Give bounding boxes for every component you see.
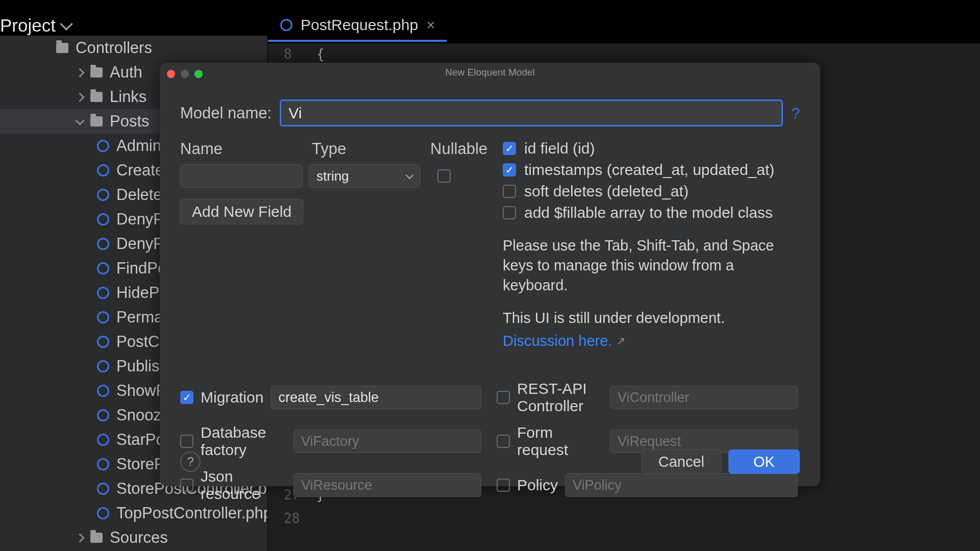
dialog-title: New Eloquent Model <box>445 67 534 78</box>
json-resource-checkbox[interactable] <box>180 479 193 492</box>
chevron-right-icon <box>75 92 84 102</box>
external-link-icon: ↗ <box>616 335 625 348</box>
project-toolwindow-button[interactable]: Project <box>0 0 71 36</box>
class-file-icon <box>97 507 109 519</box>
discussion-link[interactable]: Discussion here. ↗ <box>503 333 625 349</box>
project-label: Project <box>0 15 56 36</box>
migration-input[interactable] <box>271 386 481 409</box>
class-file-icon <box>97 189 109 201</box>
migration-label: Migration <box>201 389 263 406</box>
class-file-icon <box>97 360 109 372</box>
tree-folder-sources[interactable]: Sources <box>0 525 267 550</box>
rest-controller-label: REST-API Controller <box>517 380 603 415</box>
class-file-icon <box>97 287 109 299</box>
keyboard-hint: Please use the Tab, Shift-Tab, and Space… <box>503 236 800 295</box>
folder-icon <box>90 533 103 543</box>
tree-file-label: StarPo <box>116 431 165 449</box>
id-field-label: id field (id) <box>524 140 595 157</box>
tab-label: PostRequest.php <box>301 16 418 34</box>
nullable-checkbox[interactable] <box>437 169 451 183</box>
timestamps-label: timestamps (created_at, updated_at) <box>524 161 774 179</box>
dialog-help-button[interactable]: ? <box>180 452 201 472</box>
close-tab-icon[interactable]: × <box>426 16 435 34</box>
class-file-icon <box>97 238 109 250</box>
chevron-down-icon <box>406 171 414 179</box>
discussion-link-text: Discussion here. <box>503 333 612 349</box>
folder-icon <box>90 67 103 78</box>
model-name-label: Model name: <box>180 104 272 122</box>
tree-file[interactable]: TopPostController.php <box>0 501 267 525</box>
tree-file-label: FindPo <box>116 259 166 278</box>
class-file-icon <box>97 385 109 397</box>
chevron-right-icon <box>75 68 84 77</box>
class-file-icon <box>97 262 109 274</box>
tree-label: Links <box>110 88 146 106</box>
policy-input[interactable] <box>565 473 798 497</box>
policy-checkbox[interactable] <box>497 479 510 492</box>
ok-button[interactable]: OK <box>728 449 800 474</box>
add-new-field-button[interactable]: Add New Field <box>180 199 303 224</box>
chevron-down-icon <box>75 116 84 125</box>
tree-file-label: Create <box>116 161 164 180</box>
rest-controller-checkbox[interactable] <box>497 391 510 404</box>
tree-file-label: Delete <box>116 186 162 204</box>
chevron-right-icon <box>75 533 84 542</box>
tree-label: Auth <box>110 63 142 82</box>
chevron-down-icon <box>60 17 72 30</box>
class-file-icon <box>97 213 109 226</box>
migration-checkbox[interactable]: ✓ <box>180 391 193 404</box>
fillable-label: add $fillable array to the model class <box>524 204 773 221</box>
tree-file-label: Admin <box>116 137 161 155</box>
json-resource-input[interactable] <box>293 473 481 497</box>
form-request-checkbox[interactable] <box>497 435 510 448</box>
field-name-input[interactable] <box>180 164 303 188</box>
factory-checkbox[interactable] <box>180 435 193 448</box>
tree-file-label: ShowP <box>116 382 166 400</box>
folder-icon <box>56 43 68 53</box>
tree-file-label: DenyP <box>116 210 164 229</box>
editor-tab[interactable]: PostRequest.php × <box>268 10 448 40</box>
field-type-select[interactable]: string <box>309 164 420 188</box>
folder-icon <box>90 116 103 127</box>
timestamps-checkbox[interactable]: ✓ <box>503 163 516 177</box>
tree-label: Sources <box>110 529 168 547</box>
class-file-icon <box>97 336 109 348</box>
class-file-icon <box>97 434 109 446</box>
col-header-type: Type <box>312 140 430 158</box>
class-file-icon <box>97 458 109 470</box>
active-tab-indicator <box>268 40 447 42</box>
window-close-icon[interactable] <box>167 70 175 78</box>
rest-controller-input[interactable] <box>610 386 798 409</box>
class-file-icon <box>97 311 109 323</box>
class-file-icon <box>97 409 109 421</box>
window-zoom-icon[interactable] <box>194 70 203 78</box>
soft-deletes-checkbox[interactable] <box>503 185 516 198</box>
tree-label: Posts <box>110 112 150 131</box>
cancel-button[interactable]: Cancel <box>642 449 721 474</box>
field-type-value: string <box>316 168 349 184</box>
window-minimize-icon <box>181 70 189 78</box>
class-file-icon <box>97 483 109 495</box>
help-icon[interactable]: ? <box>791 105 800 122</box>
class-file-icon <box>280 19 292 31</box>
tree-label: Controllers <box>76 39 152 57</box>
model-name-input[interactable] <box>280 99 783 127</box>
tree-folder-controllers[interactable]: Controllers <box>0 36 267 60</box>
tree-file-label: DenyP <box>116 235 164 253</box>
line-number: 28 <box>284 511 300 526</box>
line-number: 8 <box>284 46 292 62</box>
soft-deletes-label: soft deletes (deleted_at) <box>524 183 689 200</box>
policy-label: Policy <box>517 477 558 494</box>
id-field-checkbox[interactable]: ✓ <box>503 142 516 155</box>
col-header-name: Name <box>180 140 312 158</box>
class-file-icon <box>97 140 109 152</box>
development-note: This UI is still under development. <box>503 310 800 327</box>
dialog-titlebar[interactable]: New Eloquent Model <box>160 63 820 82</box>
col-header-nullable: Nullable <box>430 140 496 158</box>
tree-file-label: StoreP <box>116 455 165 473</box>
tree-file-label: Perma <box>116 308 163 327</box>
folder-icon <box>90 92 103 102</box>
code-text: { <box>316 46 325 62</box>
fillable-checkbox[interactable] <box>503 206 516 219</box>
tree-file-label: TopPostController.php <box>116 504 267 522</box>
